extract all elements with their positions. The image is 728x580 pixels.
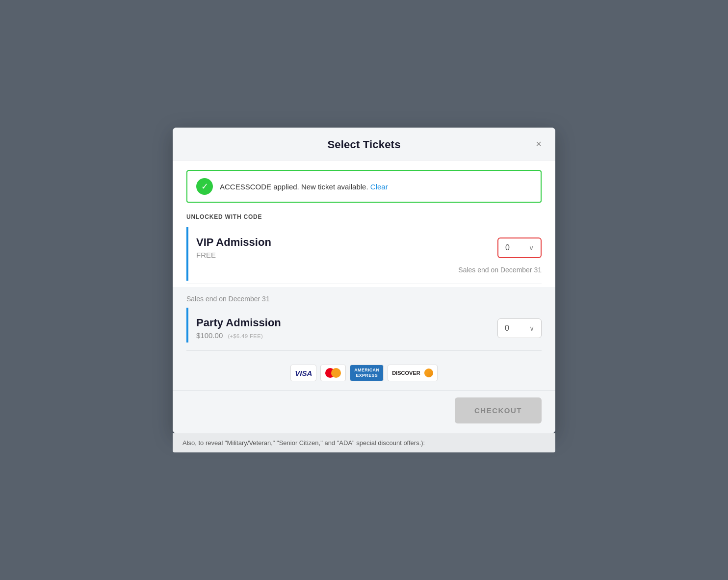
clear-link[interactable]: Clear xyxy=(370,183,388,191)
modal-title: Select Tickets xyxy=(327,138,400,151)
modal-white-body: ✓ ACCESSCODE applied. New ticket availab… xyxy=(173,160,555,284)
vip-qty-dropdown[interactable]: 0 ∨ xyxy=(497,237,542,258)
check-icon: ✓ xyxy=(196,178,213,195)
chevron-down-icon: ∨ xyxy=(529,244,534,252)
payment-icons-row: VISA AMERICANEXPRESS xyxy=(186,354,542,390)
party-ticket-fee: (+$6.49 FEE) xyxy=(228,333,263,339)
regular-ticket-section: Sales end on December 31 Party Admission… xyxy=(173,287,555,390)
vip-ticket-price: FREE xyxy=(196,251,497,259)
section-divider xyxy=(186,284,542,284)
vip-ticket-block: VIP Admission FREE 0 ∨ Sales end on Dece… xyxy=(186,227,542,281)
vip-qty-value: 0 xyxy=(505,243,510,252)
party-qty-value: 0 xyxy=(505,324,509,333)
vip-ticket-name: VIP Admission xyxy=(196,236,497,249)
footer-divider xyxy=(186,350,542,351)
party-ticket-price: $100.00 (+$6.49 FEE) xyxy=(196,331,497,340)
bottom-info-text: Also, to reveal "Military/Veteran," "Sen… xyxy=(173,433,555,452)
amex-icon: AMERICANEXPRESS xyxy=(350,365,384,381)
unlocked-section-label: UNLOCKED WITH CODE xyxy=(186,213,542,220)
close-button[interactable]: × xyxy=(532,137,546,151)
access-code-banner: ✓ ACCESSCODE applied. New ticket availab… xyxy=(186,170,542,203)
modal-overlay: Select Tickets × ✓ ACCESSCODE applied. N… xyxy=(0,0,728,580)
modal-footer: CHECKOUT xyxy=(173,390,555,433)
chevron-down-icon: ∨ xyxy=(529,324,534,332)
discover-stripe xyxy=(424,369,433,377)
party-ticket-block: Party Admission $100.00 (+$6.49 FEE) 0 ∨ xyxy=(186,308,542,343)
party-ticket-info: Party Admission $100.00 (+$6.49 FEE) xyxy=(196,316,497,340)
vip-ticket-row: VIP Admission FREE 0 ∨ xyxy=(196,227,542,262)
modal-header: Select Tickets × xyxy=(173,128,555,160)
access-banner-text: ACCESSCODE applied. New ticket available… xyxy=(220,183,388,191)
party-ticket-row: Party Admission $100.00 (+$6.49 FEE) 0 ∨ xyxy=(196,308,542,343)
mc-orange-circle xyxy=(331,368,341,378)
discover-icon: DISCOVER xyxy=(388,365,437,381)
checkout-button[interactable]: CHECKOUT xyxy=(455,397,542,423)
vip-ticket-info: VIP Admission FREE xyxy=(196,236,497,259)
visa-icon: VISA xyxy=(290,365,316,381)
mastercard-icon xyxy=(320,365,346,381)
select-tickets-modal: Select Tickets × ✓ ACCESSCODE applied. N… xyxy=(173,128,555,433)
mc-circles xyxy=(325,368,341,378)
regular-sales-end-label: Sales end on December 31 xyxy=(186,287,542,308)
vip-sales-end: Sales end on December 31 xyxy=(196,262,542,281)
party-ticket-name: Party Admission xyxy=(196,316,497,329)
party-qty-dropdown[interactable]: 0 ∨ xyxy=(497,318,542,338)
